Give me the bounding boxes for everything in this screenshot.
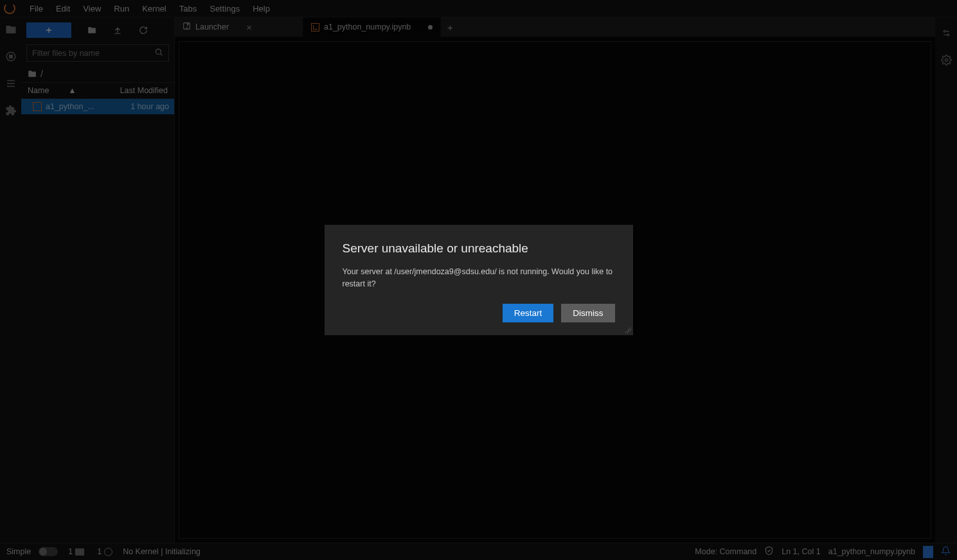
dialog-actions: Restart Dismiss xyxy=(343,304,615,322)
dialog-title: Server unavailable or unreachable xyxy=(343,241,615,256)
modal-overlay: Server unavailable or unreachable Your s… xyxy=(0,0,957,560)
dismiss-button[interactable]: Dismiss xyxy=(561,304,614,322)
restart-button[interactable]: Restart xyxy=(503,304,554,322)
server-unavailable-dialog: Server unavailable or unreachable Your s… xyxy=(325,225,633,335)
dialog-body: Your server at /user/jmendoza9@sdsu.edu/… xyxy=(343,266,615,289)
resize-grip-icon[interactable] xyxy=(625,327,631,333)
